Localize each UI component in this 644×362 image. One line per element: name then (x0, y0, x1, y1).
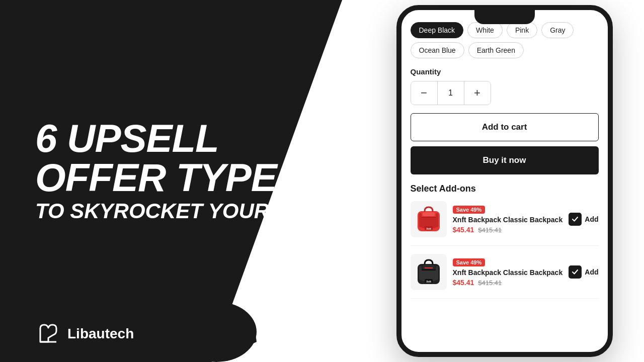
save-badge-2: Save 49% (453, 258, 486, 266)
left-content: 6 UPSELL OFFER TYPES TO SKYROCKET YOUR S… (0, 0, 370, 362)
logo-icon (35, 321, 61, 347)
headline-line1: 6 UPSELL (35, 119, 370, 158)
addon-prices-1: $45.41 $415.41 (453, 226, 563, 234)
phone-mockup: Deep Black White Pink Gray Ocean Blue Ea… (396, 5, 613, 357)
right-panel: Deep Black White Pink Gray Ocean Blue Ea… (370, 0, 644, 362)
svg-rect-17 (419, 266, 422, 280)
svg-text:Xnft: Xnft (426, 280, 431, 283)
addon-name-1: Xnft Backpack Classic Backpack (453, 216, 563, 224)
add-label-1: Add (585, 215, 598, 223)
color-pink[interactable]: Pink (507, 22, 537, 38)
color-deep-black[interactable]: Deep Black (411, 22, 464, 38)
headline-line2: OFFER TYPES (35, 158, 370, 197)
addon-info-1: Save 49% Xnft Backpack Classic Backpack … (453, 205, 563, 234)
quantity-control: − 1 + (411, 81, 491, 105)
backpack-black-icon: Xnft (411, 254, 447, 290)
subheadline: TO SKYROCKET YOUR SALES (35, 199, 370, 223)
phone-scroll: Deep Black White Pink Gray Ocean Blue Ea… (401, 15, 608, 299)
check-box-2[interactable] (569, 265, 582, 279)
addon-item-1: Xnft Save 49% Xnft Backpack Classic Back… (411, 201, 599, 246)
addon-prices-2: $45.41 $415.41 (453, 279, 563, 287)
checkmark-icon-1 (572, 216, 579, 223)
phone-notch (474, 10, 535, 24)
svg-rect-7 (423, 212, 435, 216)
quantity-label: Quantity (411, 67, 599, 76)
backpack-red-icon: Xnft (411, 201, 447, 237)
color-earth-green[interactable]: Earth Green (468, 42, 524, 58)
add-label-2: Add (585, 268, 598, 276)
quantity-minus[interactable]: − (411, 81, 437, 105)
addon-price-old-1: $415.41 (478, 226, 502, 234)
color-ocean-blue[interactable]: Ocean Blue (411, 42, 464, 58)
color-options: Deep Black White Pink Gray Ocean Blue Ea… (411, 22, 599, 58)
addon-item-2: Xnft Save 49% Xnft Backpack Classic Back… (411, 254, 599, 299)
logo-text: Libautech (67, 326, 134, 342)
addon-check-1[interactable]: Add (569, 213, 598, 226)
logo-area: Libautech (35, 321, 134, 347)
add-to-cart-button[interactable]: Add to cart (411, 113, 599, 141)
svg-text:Xnft: Xnft (426, 227, 431, 230)
quantity-value: 1 (437, 81, 464, 105)
save-badge-1: Save 49% (453, 206, 486, 214)
color-gray[interactable]: Gray (541, 22, 574, 38)
addon-price-new-1: $45.41 (453, 226, 474, 234)
addon-image-2: Xnft (411, 254, 447, 290)
buy-now-button[interactable]: Buy it now (411, 146, 599, 174)
svg-rect-9 (436, 213, 438, 227)
addon-price-old-2: $415.41 (478, 279, 502, 287)
svg-rect-8 (419, 213, 422, 227)
addon-check-2[interactable]: Add (569, 265, 598, 279)
left-panel: 6 UPSELL OFFER TYPES TO SKYROCKET YOUR S… (0, 0, 370, 362)
addon-info-2: Save 49% Xnft Backpack Classic Backpack … (453, 257, 563, 287)
addon-price-new-2: $45.41 (453, 279, 474, 287)
checkmark-icon-2 (572, 268, 579, 276)
phone-content: Deep Black White Pink Gray Ocean Blue Ea… (401, 10, 608, 352)
addons-title: Select Add-ons (411, 184, 599, 194)
svg-rect-18 (436, 266, 438, 280)
addon-name-2: Xnft Backpack Classic Backpack (453, 268, 563, 277)
color-white[interactable]: White (467, 22, 503, 38)
check-box-1[interactable] (569, 213, 582, 226)
quantity-plus[interactable]: + (464, 81, 491, 105)
addon-image-1: Xnft (411, 201, 447, 237)
